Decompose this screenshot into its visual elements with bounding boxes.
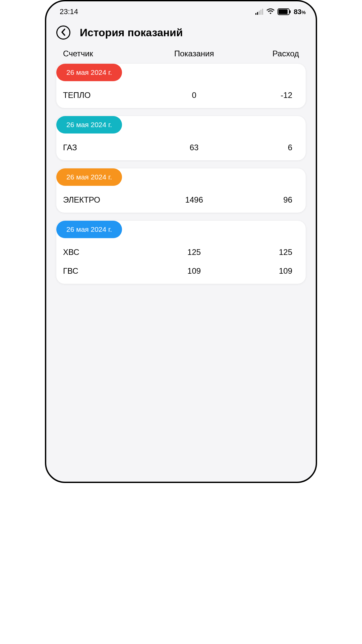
table-row: ЭЛЕКТРО149696 [56, 195, 306, 205]
meter-card[interactable]: 26 мая 2024 г.ЭЛЕКТРО149696 [56, 168, 306, 213]
table-row: ХВС125125 [56, 248, 306, 257]
cell-meter: ГАЗ [63, 143, 150, 152]
cell-meter: ГВС [63, 266, 150, 276]
date-badge: 26 мая 2024 г. [56, 168, 122, 186]
cell-usage: 125 [238, 248, 299, 257]
col-header-meter: Счетчик [63, 49, 150, 58]
col-header-usage: Расход [238, 49, 299, 58]
cell-usage: 109 [238, 266, 299, 276]
battery-icon [278, 8, 291, 15]
battery-percentage: 83% [294, 8, 306, 16]
cell-usage: 6 [238, 143, 299, 152]
cell-meter: ЭЛЕКТРО [63, 195, 150, 205]
column-headers: Счетчик Показания Расход [56, 49, 306, 58]
table-row: ТЕПЛО0-12 [56, 91, 306, 100]
meter-card[interactable]: 26 мая 2024 г.ГАЗ636 [56, 116, 306, 160]
back-button[interactable] [56, 25, 70, 40]
chevron-left-icon [61, 29, 66, 37]
col-header-reading: Показания [150, 49, 238, 58]
meter-card[interactable]: 26 мая 2024 г.ТЕПЛО0-12 [56, 64, 306, 108]
date-badge: 26 мая 2024 г. [56, 64, 122, 81]
cell-signal-icon [255, 9, 263, 15]
content-area: История показаний Счетчик Показания Расх… [46, 19, 316, 290]
table-row: ГВС109109 [56, 266, 306, 276]
cell-meter: ТЕПЛО [63, 91, 150, 100]
wifi-icon [266, 8, 275, 15]
page-header: История показаний [56, 25, 306, 40]
cards-list: 26 мая 2024 г.ТЕПЛО0-1226 мая 2024 г.ГАЗ… [56, 64, 306, 284]
svg-rect-4 [262, 9, 263, 15]
cell-reading: 63 [150, 143, 238, 152]
cell-usage: -12 [238, 91, 299, 100]
svg-rect-7 [290, 10, 291, 13]
cell-usage: 96 [238, 195, 299, 205]
status-time: 23:14 [60, 7, 78, 16]
cell-reading: 125 [150, 248, 238, 257]
cell-reading: 109 [150, 266, 238, 276]
page-title: История показаний [80, 26, 183, 39]
status-bar: 23:14 [46, 1, 316, 19]
svg-rect-2 [259, 11, 260, 15]
svg-rect-0 [255, 13, 256, 15]
date-badge: 26 мая 2024 г. [56, 116, 122, 133]
table-row: ГАЗ636 [56, 143, 306, 152]
svg-rect-1 [257, 12, 258, 15]
cell-reading: 1496 [150, 195, 238, 205]
cell-meter: ХВС [63, 248, 150, 257]
svg-rect-3 [260, 10, 261, 15]
phone-frame: 23:14 [45, 0, 317, 483]
cell-reading: 0 [150, 91, 238, 100]
status-right: 83% [255, 8, 306, 16]
date-badge: 26 мая 2024 г. [56, 221, 122, 238]
meter-card[interactable]: 26 мая 2024 г.ХВС125125ГВС109109 [56, 221, 306, 284]
svg-rect-6 [279, 9, 288, 14]
